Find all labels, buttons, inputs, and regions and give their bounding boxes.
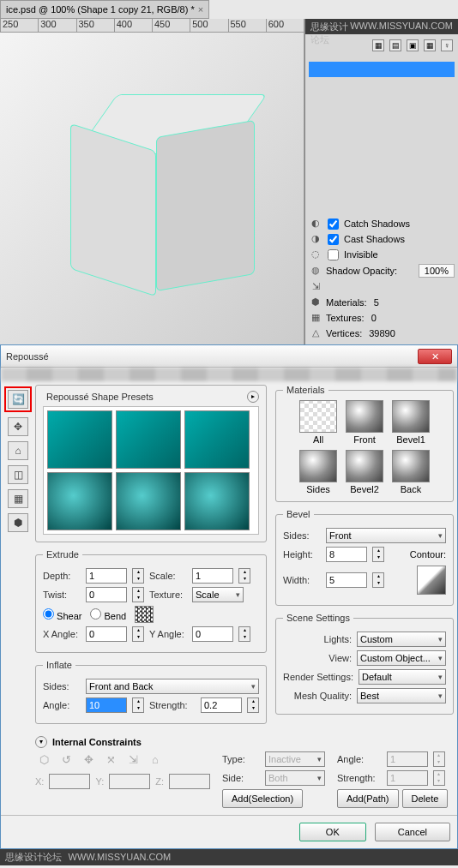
cancel-button[interactable]: Cancel <box>375 823 450 841</box>
bevel-height-input[interactable] <box>326 547 367 562</box>
twist-input[interactable] <box>86 587 127 602</box>
depth-spinner[interactable]: ▴▾ <box>132 568 144 584</box>
bevel-title: Bevel <box>283 509 314 519</box>
preset-6[interactable] <box>184 472 250 530</box>
document-tabs: ice.psd @ 100% (Shape 1 copy 21, RGB/8) … <box>0 0 458 19</box>
cast-shadows-label: Cast Shadows <box>344 234 405 244</box>
view-icon-1[interactable]: ▦ <box>372 39 384 51</box>
presets-menu-icon[interactable]: ▸ <box>247 391 259 403</box>
bend-radio[interactable]: Bend <box>90 608 126 621</box>
ic-y-input <box>109 774 150 789</box>
contour-swatch[interactable] <box>417 566 446 595</box>
mesh-label: Mesh Quality: <box>283 691 352 701</box>
extrude-group: Extrude Depth: ▴▾ Scale: ▴▾ Twist: ▴▾ Te… <box>35 549 267 653</box>
preset-3[interactable] <box>184 410 250 469</box>
mesh-tool-icon[interactable]: ▦ <box>8 489 28 508</box>
shadow-opacity-label: Shadow Opacity: <box>326 266 397 276</box>
yangle-spinner[interactable]: ▴▾ <box>238 626 250 642</box>
light-icon[interactable]: ♀ <box>441 39 453 51</box>
material-back[interactable]: Back <box>390 450 431 494</box>
pan-tool-icon[interactable]: ◫ <box>8 465 28 484</box>
add-selection-button[interactable]: Add(Selection) <box>222 789 303 808</box>
shadow-opacity-value[interactable]: 100% <box>419 264 455 278</box>
material-front[interactable]: Front <box>344 400 385 445</box>
rotate-tool-icon[interactable]: 🔄 <box>8 390 28 409</box>
catch-shadows-label: Catch Shadows <box>344 218 410 229</box>
origin-grid-icon[interactable] <box>135 606 154 623</box>
delete-button[interactable]: Delete <box>402 789 449 808</box>
chevron-down-icon[interactable]: ▾ <box>35 736 47 748</box>
inflate-title: Inflate <box>43 660 75 670</box>
material-sides[interactable]: Sides <box>298 450 339 494</box>
twist-spinner[interactable]: ▴▾ <box>132 587 144 602</box>
catch-shadows-checkbox[interactable] <box>328 218 339 230</box>
shear-radio[interactable]: Shear <box>43 608 81 621</box>
selected-layer-bar[interactable] <box>309 62 455 77</box>
scale-input[interactable] <box>192 568 233 584</box>
close-icon[interactable]: × <box>198 4 203 15</box>
scale-spinner[interactable]: ▴▾ <box>238 568 250 584</box>
bevel-sides-label: Sides: <box>283 530 321 541</box>
view-icon-2[interactable]: ▤ <box>389 39 401 51</box>
add-path-button[interactable]: Add(Path) <box>337 789 399 808</box>
materials-title: Materials <box>283 385 328 395</box>
ok-button[interactable]: OK <box>299 823 366 841</box>
scene-title: Scene Settings <box>283 613 353 623</box>
material-bevel2[interactable]: Bevel2 <box>344 450 385 494</box>
xangle-spinner[interactable]: ▴▾ <box>132 626 144 642</box>
dialog-titlebar[interactable]: Repoussé ✕ <box>1 345 457 368</box>
inflate-strength-input[interactable] <box>201 697 242 713</box>
document-tab[interactable]: ice.psd @ 100% (Shape 1 copy 21, RGB/8) … <box>0 0 209 19</box>
move-tool-icon[interactable]: ✥ <box>8 417 28 436</box>
materials-group: Materials All Front Bevel1 Sides Bevel2 … <box>275 385 454 502</box>
render-select[interactable]: Default <box>359 669 446 685</box>
material-bevel1[interactable]: Bevel1 <box>390 400 431 445</box>
preset-4[interactable] <box>47 472 112 530</box>
ic-icon-2: ↺ <box>57 753 75 769</box>
ic-y-label: Y: <box>95 776 104 787</box>
highlighted-tool: 🔄 <box>4 386 32 412</box>
view-icon-4[interactable]: ▦ <box>424 39 436 51</box>
bevel-width-spinner[interactable]: ▴▾ <box>372 572 384 588</box>
invisible-checkbox[interactable] <box>328 249 339 260</box>
cube-3d-object[interactable] <box>66 103 238 274</box>
cube-tool-icon[interactable]: ⬢ <box>8 513 28 532</box>
depth-label: Depth: <box>43 571 81 581</box>
mesh-select[interactable]: Best <box>357 688 446 703</box>
bevel-height-spinner[interactable]: ▴▾ <box>372 547 384 562</box>
bevel-width-input[interactable] <box>326 572 367 588</box>
bevel-sides-select[interactable]: Front <box>326 528 446 543</box>
textures-value: 0 <box>371 313 377 323</box>
preset-1[interactable] <box>47 410 112 469</box>
preset-2[interactable] <box>116 410 181 469</box>
ic-x-input <box>49 774 90 789</box>
lights-select[interactable]: Custom <box>357 632 446 647</box>
vertices-value: 39890 <box>369 328 395 338</box>
bevel-height-label: Height: <box>283 549 321 560</box>
inflate-angle-input[interactable] <box>86 697 127 713</box>
tool-column: 🔄 ✥ ⌂ ◫ ▦ ⬢ <box>4 385 32 811</box>
inflate-sides-select[interactable]: Front and Back <box>86 679 259 694</box>
preset-5[interactable] <box>116 472 181 530</box>
inflate-sides-label: Sides: <box>43 681 81 691</box>
view-select[interactable]: Custom Object... <box>357 650 446 666</box>
material-all[interactable]: All <box>298 400 339 445</box>
textures-icon: ▦ <box>309 312 322 324</box>
view-icon-3[interactable]: ▣ <box>407 39 419 51</box>
ic-side-select: Both <box>265 770 325 786</box>
close-button[interactable]: ✕ <box>418 349 452 364</box>
panel-view-icons: ▦ ▤ ▣ ▦ ♀ <box>305 34 458 57</box>
cast-shadows-checkbox[interactable] <box>328 234 339 245</box>
lights-label: Lights: <box>283 634 352 644</box>
home-tool-icon[interactable]: ⌂ <box>8 441 28 460</box>
inflate-angle-label: Angle: <box>43 700 81 710</box>
ic-type-select: Inactive <box>265 751 325 767</box>
canvas[interactable]: 250300350400450500550600 <box>0 19 304 344</box>
view-label: View: <box>283 653 352 663</box>
yangle-input[interactable] <box>192 626 233 642</box>
inflate-angle-spinner[interactable]: ▴▾ <box>132 697 144 713</box>
depth-input[interactable] <box>86 568 127 584</box>
xangle-input[interactable] <box>86 626 127 642</box>
texture-select[interactable]: Scale <box>192 587 244 602</box>
inflate-strength-spinner[interactable]: ▴▾ <box>247 697 259 713</box>
